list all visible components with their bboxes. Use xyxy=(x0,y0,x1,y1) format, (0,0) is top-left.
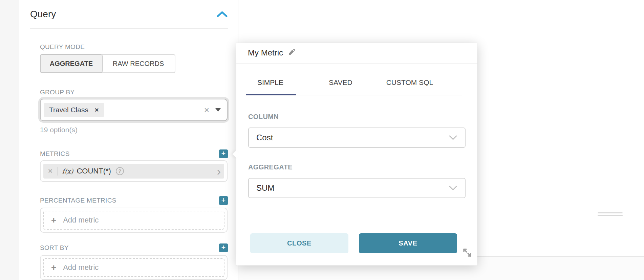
query-mode-aggregate-button[interactable]: AGGREGATE xyxy=(40,54,103,73)
tab-simple[interactable]: SIMPLE xyxy=(246,78,295,95)
drag-handle-line xyxy=(598,212,623,213)
help-circle-icon[interactable]: ? xyxy=(116,167,124,175)
tab-custom-sql[interactable]: CUSTOM SQL xyxy=(375,78,444,95)
add-metric-placeholder: Add metric xyxy=(63,216,99,225)
fx-icon: f(x) xyxy=(62,167,73,175)
pill-divider xyxy=(57,167,58,176)
column-select[interactable]: Cost xyxy=(248,127,466,148)
metrics-label: METRICS xyxy=(40,150,70,158)
add-percentage-metric-plus-button[interactable]: + xyxy=(219,196,228,205)
select-caret-down-icon[interactable] xyxy=(215,108,221,112)
drag-handle-line xyxy=(598,215,623,216)
add-metric-plus-icon: + xyxy=(51,262,56,273)
select-chevron-down-icon xyxy=(449,185,457,191)
column-label: COLUMN xyxy=(248,113,466,121)
group-by-tag[interactable]: Travel Class ✕ xyxy=(44,103,104,117)
tab-saved[interactable]: SAVED xyxy=(318,78,364,95)
aggregate-label: AGGREGATE xyxy=(248,163,466,171)
active-tab-indicator xyxy=(246,94,296,95)
group-by-select[interactable]: Travel Class ✕ × xyxy=(40,99,228,121)
close-button[interactable]: CLOSE xyxy=(250,233,348,253)
add-sort-by-plus-button[interactable]: + xyxy=(219,243,228,252)
query-mode-raw-records-button[interactable]: RAW RECORDS xyxy=(102,54,175,73)
metric-tabs: SIMPLE SAVED CUSTOM SQL xyxy=(246,78,462,95)
section-divider xyxy=(30,28,228,29)
percentage-metrics-add-box[interactable]: + Add metric xyxy=(40,208,228,233)
left-gutter xyxy=(0,0,19,280)
query-control-panel: Query QUERY MODE AGGREGATE RAW RECORDS G… xyxy=(19,0,238,280)
popover-title: My Metric xyxy=(248,48,283,57)
add-metric-placeholder: Add metric xyxy=(63,263,99,272)
sort-by-label: SORT BY xyxy=(40,244,69,252)
group-by-options-count: 19 option(s) xyxy=(40,126,228,134)
aggregate-select[interactable]: SUM xyxy=(248,178,466,198)
metric-expression: COUNT(*) xyxy=(77,167,111,176)
metric-edit-popover: My Metric SIMPLE SAVED CUSTOM SQL COLUMN… xyxy=(236,43,477,265)
results-resize-handle[interactable] xyxy=(598,212,623,216)
query-section-title: Query xyxy=(30,7,56,21)
sort-by-add-box[interactable]: + Add metric xyxy=(40,255,228,280)
metric-remove-icon[interactable]: × xyxy=(48,167,52,176)
metric-control: × f(x) COUNT(*) ? › xyxy=(40,160,228,182)
metric-pill[interactable]: × f(x) COUNT(*) ? › xyxy=(43,164,224,179)
percentage-metrics-label: PERCENTAGE METRICS xyxy=(40,197,116,204)
tag-remove-icon[interactable]: ✕ xyxy=(94,107,99,113)
column-value: Cost xyxy=(256,133,273,142)
group-by-label: GROUP BY xyxy=(40,89,228,96)
query-mode-label: QUERY MODE xyxy=(40,43,228,51)
metric-chevron-right-icon[interactable]: › xyxy=(217,166,221,176)
resize-expand-icon[interactable] xyxy=(462,247,473,258)
add-metric-plus-button[interactable]: + xyxy=(219,149,228,158)
tag-label: Travel Class xyxy=(49,106,88,114)
edit-pencil-icon[interactable] xyxy=(288,49,296,57)
select-chevron-down-icon xyxy=(449,135,457,140)
query-mode-toggle: AGGREGATE RAW RECORDS xyxy=(40,54,175,73)
collapse-chevron-up-icon[interactable] xyxy=(216,10,228,18)
save-button[interactable]: SAVE xyxy=(359,233,457,253)
select-clear-icon[interactable]: × xyxy=(204,106,209,114)
aggregate-value: SUM xyxy=(256,183,274,193)
add-metric-plus-icon: + xyxy=(51,215,56,226)
